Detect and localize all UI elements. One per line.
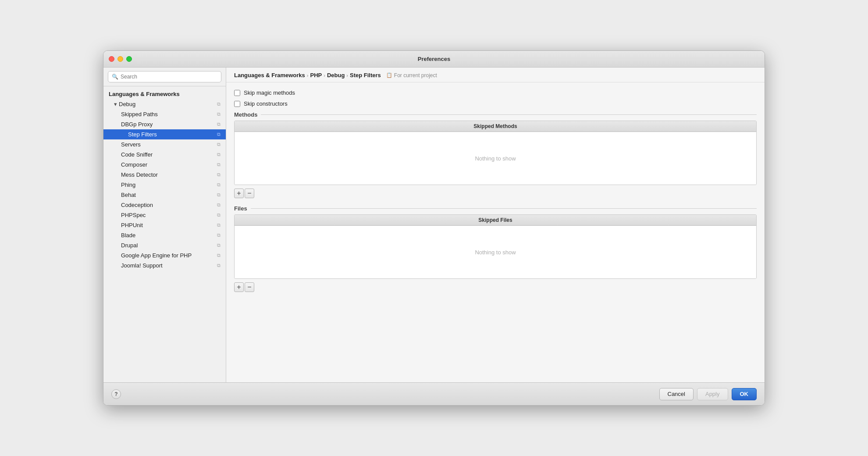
sidebar-item-behat[interactable]: Behat ⧉ bbox=[103, 190, 226, 200]
copy-icon-phing: ⧉ bbox=[217, 182, 221, 188]
search-icon: 🔍 bbox=[112, 74, 118, 80]
copy-icon-dbgp-proxy: ⧉ bbox=[217, 121, 221, 127]
preferences-window: Preferences 🔍 Languages & Frameworks ▾De… bbox=[103, 50, 765, 406]
breadcrumb-step-filters: Step Filters bbox=[350, 72, 381, 78]
sidebar-item-code-sniffer[interactable]: Code Sniffer ⧉ bbox=[103, 150, 226, 160]
breadcrumb-sep-3: › bbox=[346, 73, 348, 78]
copy-icon-drupal: ⧉ bbox=[217, 242, 221, 248]
copy-icon-step-filters: ⧉ bbox=[217, 132, 221, 137]
breadcrumb: Languages & Frameworks › PHP › Debug › S… bbox=[226, 68, 765, 82]
methods-actions: + − bbox=[234, 189, 757, 198]
skip-magic-methods-row: Skip magic methods bbox=[234, 89, 757, 96]
sidebar-item-joomla[interactable]: Joomla! Support ⧉ bbox=[103, 260, 226, 271]
copy-icon-phpspec: ⧉ bbox=[217, 212, 221, 218]
sidebar-item-drupal[interactable]: Drupal ⧉ bbox=[103, 240, 226, 250]
breadcrumb-languages: Languages & Frameworks bbox=[234, 72, 305, 78]
footer-right: Cancel Apply OK bbox=[659, 388, 757, 400]
cancel-button[interactable]: Cancel bbox=[659, 388, 694, 400]
breadcrumb-sep-2: › bbox=[324, 73, 325, 78]
copy-icon-blade: ⧉ bbox=[217, 232, 221, 238]
sidebar-item-phpspec[interactable]: PHPSpec ⧉ bbox=[103, 210, 226, 220]
copy-icon-mess-detector: ⧉ bbox=[217, 172, 221, 178]
minimize-button[interactable] bbox=[117, 56, 123, 62]
for-current-project: 📋 For current project bbox=[386, 72, 437, 78]
for-project-label: For current project bbox=[394, 72, 437, 78]
sidebar-item-composer[interactable]: Composer ⧉ bbox=[103, 160, 226, 170]
remove-file-button[interactable]: − bbox=[245, 282, 254, 292]
skipped-files-body: Nothing to show bbox=[235, 226, 756, 278]
apply-button[interactable]: Apply bbox=[697, 388, 728, 400]
files-section-label: Files bbox=[234, 205, 757, 212]
add-method-button[interactable]: + bbox=[234, 189, 244, 198]
breadcrumb-php: PHP bbox=[310, 72, 322, 78]
sidebar-item-debug[interactable]: ▾Debug ⧉ bbox=[103, 99, 226, 109]
skip-magic-methods-label: Skip magic methods bbox=[244, 89, 295, 96]
sidebar-item-servers[interactable]: Servers ⧉ bbox=[103, 139, 226, 150]
help-button[interactable]: ? bbox=[111, 389, 121, 399]
skip-constructors-checkbox[interactable] bbox=[234, 101, 240, 107]
sidebar-item-phpunit[interactable]: PHPUnit ⧉ bbox=[103, 220, 226, 230]
main-layout: 🔍 Languages & Frameworks ▾Debug ⧉ Skippe… bbox=[103, 68, 765, 382]
ok-button[interactable]: OK bbox=[732, 388, 757, 400]
titlebar: Preferences bbox=[103, 51, 765, 68]
skip-constructors-label: Skip constructors bbox=[244, 100, 288, 107]
copy-icon-skipped-paths: ⧉ bbox=[217, 111, 221, 117]
sidebar-item-mess-detector[interactable]: Mess Detector ⧉ bbox=[103, 170, 226, 180]
search-input[interactable] bbox=[121, 74, 217, 80]
maximize-button[interactable] bbox=[126, 56, 132, 62]
sidebar: 🔍 Languages & Frameworks ▾Debug ⧉ Skippe… bbox=[103, 68, 226, 382]
sidebar-item-phing[interactable]: Phing ⧉ bbox=[103, 180, 226, 190]
sidebar-item-step-filters[interactable]: Step Filters ⧉ bbox=[103, 129, 226, 139]
copy-icon-phpunit: ⧉ bbox=[217, 222, 221, 228]
settings-body: Skip magic methods Skip constructors Met… bbox=[226, 82, 765, 382]
skip-magic-methods-checkbox[interactable] bbox=[234, 90, 240, 96]
traffic-lights bbox=[109, 56, 132, 62]
breadcrumb-sep-1: › bbox=[307, 73, 309, 78]
skipped-methods-table: Skipped Methods Nothing to show bbox=[234, 121, 757, 185]
project-icon: 📋 bbox=[386, 72, 392, 78]
files-actions: + − bbox=[234, 282, 757, 292]
copy-icon-composer: ⧉ bbox=[217, 162, 221, 167]
files-empty-text: Nothing to show bbox=[475, 249, 516, 256]
remove-method-button[interactable]: − bbox=[245, 189, 254, 198]
copy-icon-gae-php: ⧉ bbox=[217, 253, 221, 258]
triangle-icon: ▾ bbox=[114, 101, 117, 107]
sidebar-item-blade[interactable]: Blade ⧉ bbox=[103, 230, 226, 240]
main-content: Languages & Frameworks › PHP › Debug › S… bbox=[226, 68, 765, 382]
sidebar-item-skipped-paths[interactable]: Skipped Paths ⧉ bbox=[103, 109, 226, 119]
skipped-files-table: Skipped Files Nothing to show bbox=[234, 214, 757, 279]
footer: ? Cancel Apply OK bbox=[103, 382, 765, 405]
search-box[interactable]: 🔍 bbox=[108, 71, 221, 82]
skip-constructors-row: Skip constructors bbox=[234, 100, 757, 107]
window-title: Preferences bbox=[418, 56, 450, 62]
sidebar-list: Languages & Frameworks ▾Debug ⧉ Skipped … bbox=[103, 86, 226, 382]
copy-icon-code-sniffer: ⧉ bbox=[217, 152, 221, 157]
methods-empty-text: Nothing to show bbox=[475, 155, 516, 162]
sidebar-item-dbgp-proxy[interactable]: DBGp Proxy ⧉ bbox=[103, 119, 226, 129]
skipped-methods-body: Nothing to show bbox=[235, 132, 756, 185]
copy-icon-joomla: ⧉ bbox=[217, 263, 221, 268]
copy-icon-codeception: ⧉ bbox=[217, 202, 221, 208]
methods-section-label: Methods bbox=[234, 111, 757, 118]
sidebar-item-gae-php[interactable]: Google App Engine for PHP ⧉ bbox=[103, 250, 226, 260]
copy-icon-debug: ⧉ bbox=[217, 101, 221, 107]
sidebar-section-header-languages: Languages & Frameworks bbox=[103, 88, 226, 99]
search-container: 🔍 bbox=[103, 68, 226, 86]
close-button[interactable] bbox=[109, 56, 114, 62]
add-file-button[interactable]: + bbox=[234, 282, 244, 292]
copy-icon-behat: ⧉ bbox=[217, 192, 221, 198]
skipped-files-header: Skipped Files bbox=[235, 215, 756, 226]
copy-icon-servers: ⧉ bbox=[217, 142, 221, 147]
skipped-methods-header: Skipped Methods bbox=[235, 121, 756, 132]
sidebar-item-codeception[interactable]: Codeception ⧉ bbox=[103, 200, 226, 210]
breadcrumb-debug: Debug bbox=[327, 72, 345, 78]
footer-left: ? bbox=[111, 389, 121, 399]
